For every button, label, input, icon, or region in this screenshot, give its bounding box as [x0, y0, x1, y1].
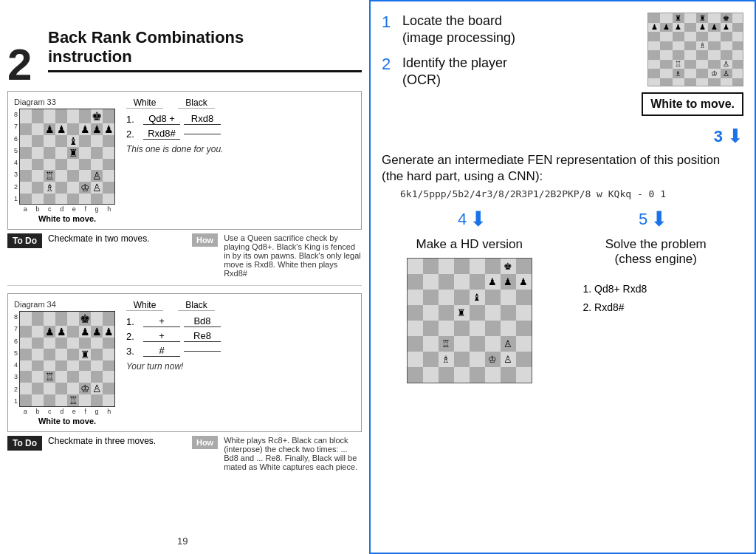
diagram-34-note: Your turn now!	[126, 361, 355, 372]
step-5-section: Solve the problem(chess engine) 1. Qd8+ …	[568, 237, 744, 383]
step-1-row: 1 Locate the board(image processing) 2 I…	[382, 13, 743, 116]
solution-line-1: 1. Qd8+ Rxd8	[583, 280, 729, 298]
diagram-34-label: Diagram 34	[14, 300, 115, 309]
white-col-header-34: White	[126, 300, 163, 311]
diagram-34-move-1: 1. + Bd8	[126, 315, 355, 327]
todo-badge-34: To Do	[7, 436, 42, 451]
fen-string: 6k1/5ppp/5b2/4r3/8/2R3P1/2B2PKP/8 w KQkq…	[400, 188, 743, 199]
solution-line-2: 2. Rxd8#	[583, 298, 729, 317]
board-33-row-labels: 87654321	[14, 109, 18, 205]
left-panel: 2 Back Rank Combinations instruction Dia…	[0, 0, 369, 554]
mini-board-top: ♜♜♚ ♟♟♟♟♟♟ ♗ ♖♙ ♗♔♙	[648, 13, 743, 86]
todo-text-34: Checkmate in three moves.	[48, 436, 186, 446]
step-1-text: Locate the board(image processing)	[402, 13, 515, 47]
chapter-number: 2	[7, 43, 32, 87]
board-34-row-labels: 87654321	[14, 311, 18, 407]
diagram-34-move-2: 2. + Re8	[126, 330, 355, 342]
step-2-number: 2	[382, 55, 396, 74]
diagram-34-board-wrap: Diagram 34 87654321 ♚	[14, 300, 115, 425]
step-5-label: Solve the problem(chess engine)	[568, 237, 744, 267]
diagram-33-label: Diagram 33	[14, 98, 115, 106]
divider-1	[7, 285, 362, 286]
chapter-title: Back Rank Combinations instruction	[48, 28, 362, 67]
diagram-33-board-wrap: Diagram 33 87654321 ♚	[14, 98, 115, 223]
arrow-5-icon: ⬇	[650, 207, 667, 231]
board-34-col-labels: abcdefgh	[19, 408, 115, 415]
step-1-number: 1	[382, 13, 396, 32]
diagram-33-note: This one is done for you.	[126, 144, 355, 154]
diagram-34-move-3: 3. #	[126, 345, 355, 357]
right-panel: 1 Locate the board(image processing) 2 I…	[369, 0, 756, 554]
diagram-33-moves: White Black 1. Qd8 + Rxd8 2. Rxd8# This …	[123, 98, 355, 154]
hd-chess-board: ♚ ♟♟♟ ♝ ♜ ♖♙ ♗♔♙	[407, 258, 532, 383]
diagram-33-section: Diagram 33 87654321 ♚	[7, 91, 362, 230]
black-col-header-34: Black	[178, 300, 215, 311]
diagram-33-board: ♚ ♟ ♟ ♟ ♟ ♟	[19, 109, 115, 205]
todo-section-33: To Do Checkmate in two moves. How Use a …	[7, 233, 362, 278]
white-col-header: White	[126, 98, 163, 109]
diagram-34-section: Diagram 34 87654321 ♚	[7, 293, 362, 432]
bottom-row: Make a HD version ♚ ♟♟♟ ♝ ♜ ♖♙ ♗♔♙	[382, 237, 743, 383]
diagram-34-board: ♚ ♟ ♟ ♟ ♟ ♟	[19, 311, 115, 407]
step-4-label: Make a HD version	[382, 237, 557, 252]
diagram-33-move-2: 2. Rxd8#	[126, 128, 355, 140]
todo-badge-33: To Do	[7, 233, 42, 248]
arrow-4-icon: ⬇	[470, 207, 487, 231]
step-2-text: Identify the player(OCR)	[402, 55, 507, 87]
how-text-33: Use a Queen sacrifice check by playing Q…	[224, 233, 362, 278]
diagram-34-caption: White to move.	[19, 417, 115, 425]
todo-text-33: Checkmate in two moves.	[48, 233, 186, 244]
step-3-number: 3	[714, 127, 723, 146]
how-badge-34: How	[192, 436, 218, 449]
how-badge-33: How	[192, 233, 218, 247]
step-4-section: Make a HD version ♚ ♟♟♟ ♝ ♜ ♖♙ ♗♔♙	[382, 237, 557, 383]
step-1-image: ♜♜♚ ♟♟♟♟♟♟ ♗ ♖♙ ♗♔♙	[647, 13, 743, 86]
page-number: 19	[177, 536, 188, 547]
step-3-section: Generate an intermediate FEN representat…	[382, 152, 743, 199]
arrow-3-icon: ⬇	[727, 125, 743, 148]
black-col-header: Black	[178, 98, 215, 109]
todo-section-34: To Do Checkmate in three moves. How Whit…	[7, 436, 362, 471]
step-3-text: Generate an intermediate FEN representat…	[382, 152, 743, 185]
step-5-number: 5	[639, 210, 647, 229]
board-33-col-labels: abcdefgh	[19, 205, 115, 213]
diagram-33-move-1: 1. Qd8 + Rxd8	[126, 113, 355, 125]
solution-text: 1. Qd8+ Rxd8 2. Rxd8#	[568, 273, 744, 324]
step-4-number: 4	[458, 210, 467, 229]
how-text-34: White plays Rc8+. Black can block (inter…	[224, 436, 362, 471]
white-to-move-label: White to move.	[642, 92, 743, 116]
diagram-34-moves: White Black 1. + Bd8 2. + Re8 3. # Your …	[123, 300, 355, 372]
diagram-33-caption: White to move.	[19, 214, 115, 223]
